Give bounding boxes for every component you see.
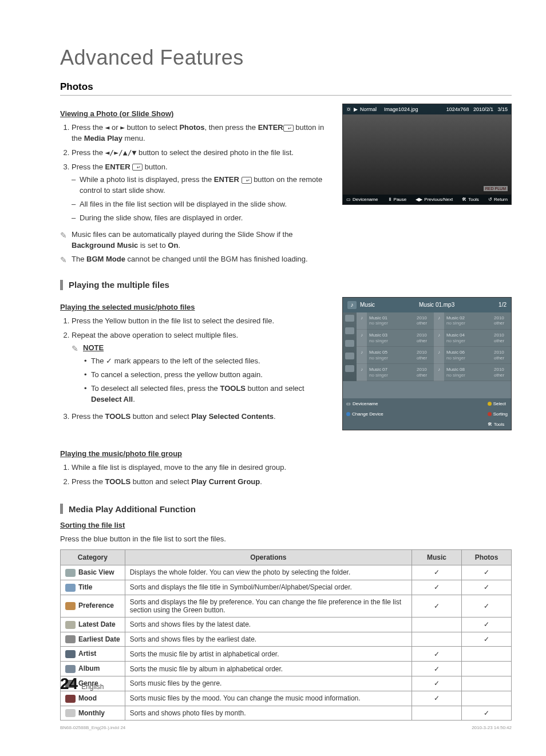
photo-sub-list: While a photo list is displayed, press t… (72, 175, 331, 223)
group-steps: While a file list is displayed, move to … (60, 462, 331, 488)
group-heading: Playing the music/photo file group (60, 449, 331, 458)
enter-icon: ↵ (132, 164, 143, 171)
cell-photos: ✓ (462, 595, 512, 617)
music-item-name: Music 07no singer (367, 364, 414, 381)
music-item-name: Music 03no singer (367, 330, 414, 347)
side-icon-4 (345, 353, 354, 359)
music-item-name: Music 04no singer (444, 330, 492, 347)
music-item-name: Music 06no singer (444, 347, 492, 364)
music-header: ♪ Music Music 01.mp3 1/2 (343, 298, 511, 312)
footer: 24 English (60, 675, 104, 693)
th-category: Category (61, 550, 125, 565)
category-icon (65, 621, 76, 629)
cell-category: Title (61, 580, 125, 595)
table-row: MonthlySorts and shows photo files by mo… (61, 706, 512, 721)
nav-arrows-icon: ◄/►/▲/▼ (105, 148, 137, 157)
multi-heading-box: Playing the multiple files (60, 280, 512, 290)
multi-steps: Press the Yellow button in the file list… (60, 316, 331, 422)
music-spacer (343, 381, 511, 398)
cell-category: Monthly (61, 706, 125, 721)
page: Advanced Features Photos Viewing a Photo… (0, 0, 546, 756)
tools-label: Tools (494, 422, 505, 427)
change-device-label: Change Device (352, 411, 383, 417)
th-photos: Photos (462, 550, 512, 565)
side-icon-3 (345, 340, 354, 347)
pause-icon: ⏸ (387, 197, 392, 202)
group-step-2: Press the TOOLS button and select Play C… (72, 477, 331, 488)
multi-bullets: The ✓ mark appears to the left of the se… (83, 356, 331, 405)
music-item-meta: 2010other (414, 364, 434, 381)
cell-operation: Sorts the music file by artist in alphab… (125, 647, 412, 662)
photo-dash-2: All files in the file list section will … (80, 199, 331, 210)
view-photo-heading: Viewing a Photo (or Slide Show) (60, 109, 331, 118)
cell-operation: Sorts and shows photo files by month. (125, 706, 412, 721)
cell-music (412, 632, 462, 647)
music-list: ♪Music 01no singer2010other♪Music 02no s… (343, 312, 511, 382)
yellow-dot-icon (488, 402, 492, 406)
multi-heading: Playing the multiple files (69, 280, 169, 290)
cell-photos (462, 647, 512, 662)
category-icon (65, 650, 76, 658)
note-icon: ✎ (72, 343, 78, 407)
category-icon (65, 695, 76, 703)
th-operations: Operations (125, 550, 412, 565)
play-icon: ▶ (354, 106, 358, 112)
enter-icon: ↵ (242, 177, 252, 184)
music-icon: ♪ (347, 301, 357, 309)
th-music: Music (412, 550, 462, 565)
device-icon: ▭ (346, 401, 351, 406)
cell-music: ✓ (412, 647, 462, 662)
music-item-meta: 2010other (492, 312, 511, 330)
enter-icon: ↵ (283, 125, 294, 132)
cell-operation: Sorts and displays the file title in Sym… (125, 580, 412, 595)
photo-step-3: Press the ENTER ↵ button. While a photo … (72, 162, 331, 224)
table-row: Basic ViewDisplays the whole folder. You… (61, 565, 512, 580)
sort-tbody: Basic ViewDisplays the whole folder. You… (61, 565, 512, 721)
table-row: GenreSorts music files by the genre.✓ (61, 676, 512, 691)
multi-bullet-1: The ✓ mark appears to the left of the se… (91, 356, 331, 367)
right-arrow-icon: ► (120, 123, 125, 132)
cell-category: Album (61, 662, 125, 676)
tools-label: Tools (468, 197, 479, 202)
photo-note-1: ✎ Music files can be automatically playe… (60, 229, 331, 251)
cell-photos: ✓ (462, 706, 512, 721)
category-icon (65, 635, 76, 643)
cell-category: Artist (61, 647, 125, 662)
sort-table: Category Operations Music Photos Basic V… (60, 549, 512, 721)
side-icon-1 (345, 315, 354, 322)
cell-photos: ✓ (462, 580, 512, 595)
select-label: Select (493, 401, 506, 406)
side-bar-icon (60, 504, 63, 514)
check-icon: ✓ (106, 357, 112, 365)
music-item-meta: 2010other (492, 347, 511, 364)
cell-category: Earliest Date (61, 632, 125, 647)
photo-resolution: 1024x768 (446, 106, 469, 112)
cell-operation: Sorts the music file by album in alphabe… (125, 662, 412, 676)
micro-left: BN68-02588B_Eng(26-).indd 24 (60, 725, 125, 730)
prevnext-icon: ◀▶ (416, 197, 422, 202)
devicename: Devicename (353, 401, 378, 406)
photo-image-area: RED PLUM (343, 114, 511, 195)
music-item-meta: 2010other (492, 330, 511, 347)
cell-music: ✓ (412, 580, 462, 595)
pause-label: Pause (394, 197, 407, 202)
page-lang: English (81, 683, 104, 691)
tools-icon: 🛠 (462, 197, 466, 202)
devicename: Devicename (353, 197, 378, 202)
photo-filename: Image1024.jpg (384, 106, 418, 112)
photo-date: 2010/2/1 (473, 106, 493, 112)
additional-heading-box: Media Play Additional Function (60, 504, 512, 514)
music-item-icon: ♪ (434, 312, 444, 330)
table-row: TitleSorts and displays the file title i… (61, 580, 512, 595)
music-item-name: Music 08no singer (444, 364, 492, 381)
sel-heading: Playing the selected music/photo files (60, 303, 331, 311)
cell-music: ✓ (412, 691, 462, 706)
music-item-meta: 2010other (414, 330, 434, 347)
photo-mode: Normal (360, 106, 377, 112)
music-item-icon: ♪ (357, 330, 367, 347)
device-icon: ▭ (346, 197, 351, 202)
table-row: Earliest DateSorts and shows files by th… (61, 632, 512, 647)
micro-footer: BN68-02588B_Eng(26-).indd 24 2010-3-23 1… (60, 725, 512, 730)
cell-photos: ✓ (462, 632, 512, 647)
music-item-icon: ♪ (357, 364, 367, 381)
